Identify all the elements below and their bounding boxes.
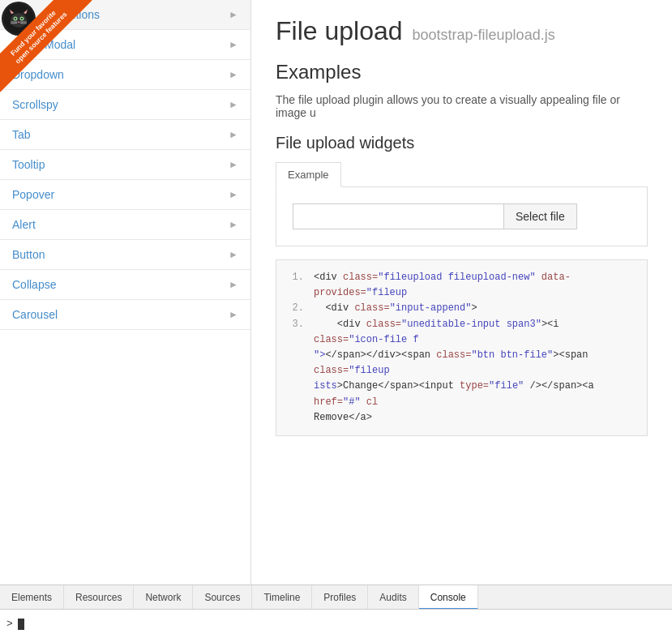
chevron-right-icon: ► [229,69,238,80]
chevron-right-icon: ► [229,129,238,140]
example-tab-bar: Example [276,162,648,187]
sidebar-item-collapse[interactable]: Collapse ► [0,270,250,300]
sidebar-item-transitions[interactable]: Transitions ► [0,0,250,30]
devtools-tab-console[interactable]: Console [419,585,478,610]
chevron-right-icon: ► [229,189,238,200]
line-num-3d [289,410,304,426]
sidebar-item-alert[interactable]: Alert ► [0,210,250,240]
line-num-3: 3. [289,317,304,348]
code-block: 1. <div class="fileupload fileupload-new… [276,259,648,436]
chevron-right-icon: ► [229,279,238,290]
file-upload-row: Select file [293,203,631,229]
sidebar-item-carousel[interactable]: Carousel ► [0,300,250,330]
code-content-2: <div class="input-append"> [314,301,634,316]
sidebar-item-tab[interactable]: Tab ► [0,120,250,150]
sidebar-item-label: Alert [12,218,36,231]
code-content-1: <div class="fileupload fileupload-new" d… [314,270,634,301]
console-cursor [18,619,24,630]
code-line-3d: Remove</a> [289,410,634,426]
sidebar-item-label: Collapse [12,278,56,291]
devtools-tab-audits[interactable]: Audits [368,585,418,610]
examples-desc: The file upload plugin allows you to cre… [276,93,648,119]
code-line-3: 3. <div class="uneditable-input span3"><… [289,317,634,348]
sidebar-item-label: Carousel [12,308,58,321]
code-content-3b: "></span></div><span class="btn btn-file… [314,348,634,379]
console-prompt: > [6,618,13,630]
code-line-3c: ists>Change</span><input type="file" /><… [289,379,634,409]
code-line-1: 1. <div class="fileupload fileupload-new… [289,270,634,301]
devtools-tab-resources[interactable]: Resources [64,585,134,610]
example-tab[interactable]: Example [276,162,341,187]
sidebar-item-label: Popover [12,188,54,201]
sidebar-item-scrollspy[interactable]: Scrollspy ► [0,90,250,120]
chevron-right-icon: ► [229,99,238,110]
sidebar-item-label: Modal [45,38,75,51]
devtools-tab-elements[interactable]: Elements [0,585,64,610]
select-file-button[interactable]: Select file [503,203,577,229]
devtools-tab-sources[interactable]: Sources [193,585,252,610]
page-wrapper: Fund your favorite open source features … [0,0,672,638]
devtools-tab-profiles[interactable]: Profiles [312,585,368,610]
widgets-heading: File upload widgets [276,134,648,152]
devtools-tab-timeline[interactable]: Timeline [252,585,312,610]
sidebar-item-label: Tab [12,128,31,141]
code-line-2: 2. <div class="input-append"> [289,301,634,316]
chevron-right-icon: ► [229,159,238,170]
chevron-right-icon: ► [229,309,238,320]
sidebar-item-popover[interactable]: Popover ► [0,180,250,210]
devtools-bar: Elements Resources Network Sources Timel… [0,584,672,609]
line-num-1: 1. [289,270,304,301]
title-text: File upload [276,16,403,46]
chevron-right-icon: ► [229,219,238,230]
sidebar-item-label: Button [12,248,45,261]
sidebar-item-dropdown[interactable]: Dropdown ► [0,60,250,90]
sidebar-item-label: Dropdown [12,68,64,81]
code-line-3b: "></span></div><span class="btn btn-file… [289,348,634,379]
devtools-tab-network[interactable]: Network [134,585,193,610]
code-content-3: <div class="uneditable-input span3"><i c… [314,317,634,348]
page-title-sub: bootstrap-fileupload.js [413,27,555,44]
sidebar-item-tooltip[interactable]: Tooltip ► [0,150,250,180]
sidebar-item-label: Transitions [45,8,100,21]
sidebar-item-modal[interactable]: Modal ► [0,30,250,60]
sidebar-item-button[interactable]: Button ► [0,240,250,270]
main-area: Fund your favorite open source features … [0,0,672,584]
chevron-right-icon: ► [229,39,238,50]
code-content-3c: ists>Change</span><input type="file" /><… [314,379,634,409]
chevron-right-icon: ► [229,9,238,20]
line-num-3c [289,379,304,409]
line-num-2: 2. [289,301,304,316]
page-title: File upload bootstrap-fileupload.js [276,16,648,46]
devtools-console: > [0,609,672,638]
sidebar-item-label: Tooltip [12,158,45,171]
chevron-right-icon: ► [229,249,238,260]
examples-heading: Examples [276,61,648,83]
example-box: Select file [276,187,648,246]
file-upload-input[interactable] [293,203,503,229]
sidebar-item-label: Scrollspy [12,98,58,111]
main-content: File upload bootstrap-fileupload.js Exam… [251,0,672,584]
line-num-3b [289,348,304,379]
sidebar: Fund your favorite open source features … [0,0,251,584]
code-content-3d: Remove</a> [314,410,634,426]
